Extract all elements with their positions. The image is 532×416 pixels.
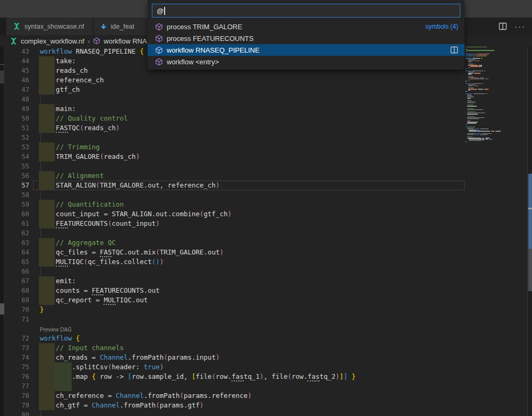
code-line-48[interactable]: 48	[0, 95, 465, 104]
split-editor-icon[interactable]	[499, 22, 507, 30]
codelens-preview-dag[interactable]: Preview DAG	[40, 326, 72, 334]
code-line-47[interactable]: 47 gtf_ch	[0, 85, 465, 95]
code-line-59[interactable]: 59 // Quantification	[0, 200, 465, 209]
line-number: 79	[0, 401, 29, 410]
code-line-68[interactable]: 68 counts = FEATURECOUNTS.out	[0, 286, 465, 295]
code-line-content	[40, 381, 465, 391]
code-line-53[interactable]: 53 // Trimming	[0, 142, 465, 152]
code-line-66[interactable]: 66	[0, 267, 465, 276]
code-line-content: STAR_ALIGN(TRIM_GALORE.out, reference_ch…	[40, 181, 465, 190]
breadcrumb-file[interactable]: complex_workflow.nf	[21, 37, 84, 45]
quickpick-item-workflow-rnaseq-pipeline[interactable]: workflow RNASEQ_PIPELINE	[148, 44, 465, 56]
code-line-57[interactable]: 57 STAR_ALIGN(TRIM_GALORE.out, reference…	[0, 181, 465, 190]
code-line-content	[40, 267, 465, 276]
minimap[interactable]	[466, 47, 525, 206]
code-line-content: FEATURECOUNTS(count_input)	[40, 219, 465, 228]
code-line-76[interactable]: 76 .map { row -> [row.sample_id, [file(r…	[0, 372, 465, 381]
code-line-50[interactable]: 50 // Quality control	[0, 114, 465, 123]
symbol-cube-icon	[155, 23, 163, 31]
code-line-52[interactable]: 52	[0, 133, 465, 142]
code-line-72[interactable]: 72workflow {	[0, 334, 465, 343]
code-line-content: count_input = STAR_ALIGN.out.combine(gtf…	[40, 209, 465, 219]
code-line-content	[40, 410, 465, 416]
code-line-67[interactable]: 67 emit:	[0, 276, 465, 286]
code-line-content: // Input channels	[40, 343, 465, 353]
tab-syntax-showcase[interactable]: syntax_showcase.nf	[6, 18, 93, 35]
strip-marker	[0, 303, 4, 315]
tab-bar-left-pad	[0, 18, 6, 35]
line-number: 51	[0, 123, 29, 133]
code-line-content: qc_report = MULTIQC.out	[40, 295, 465, 305]
quickpick-item-process-trim-galore[interactable]: process TRIM_GALORE symbols (4)	[148, 21, 465, 32]
code-line-60[interactable]: 60 count_input = STAR_ALIGN.out.combine(…	[0, 209, 465, 219]
symbol-cube-icon	[155, 35, 163, 43]
code-line-79[interactable]: 79 ch_gtf = Channel.fromPath(params.gtf)	[0, 401, 465, 410]
code-line-46[interactable]: 46 reference_ch	[0, 75, 465, 85]
code-line-content	[40, 95, 465, 104]
code-line-71[interactable]: 71	[0, 315, 465, 324]
line-number: 62	[0, 228, 29, 238]
quick-open-input[interactable]: @	[152, 4, 460, 18]
code-line-62[interactable]: 62	[0, 228, 465, 238]
line-number: 48	[0, 95, 29, 104]
code-line-content: ch_gtf = Channel.fromPath(params.gtf)	[40, 401, 465, 410]
code-line-content: // Trimming	[40, 142, 465, 152]
code-line-61[interactable]: 61 FEATURECOUNTS(count_input)	[0, 219, 465, 228]
item-label: process FEATURECOUNTS	[167, 35, 254, 43]
code-line-content	[40, 315, 465, 324]
code-line-content: TRIM_GALORE(reads_ch)	[40, 152, 465, 162]
code-line-content: // Quality control	[40, 114, 465, 123]
collapsed-panel-strip[interactable]: ⋯	[0, 47, 4, 416]
code-line-73[interactable]: 73 // Input channels	[0, 343, 465, 353]
line-number: 72	[0, 334, 29, 343]
item-label: workflow <entry>	[167, 58, 219, 66]
text-cursor	[164, 7, 165, 15]
code-line-77[interactable]: 77	[0, 381, 465, 391]
code-line-80[interactable]: 80	[0, 410, 465, 416]
open-to-side-icon[interactable]	[450, 46, 458, 54]
code-line-51[interactable]: 51 FASTQC(reads_ch)	[0, 123, 465, 133]
code-editor[interactable]: 43workflow RNASEQ_PIPELINE {44 take:45 r…	[0, 47, 465, 416]
more-actions-icon[interactable]: ···	[514, 22, 526, 31]
line-number: 43	[0, 47, 29, 56]
code-line-content: .map { row -> [row.sample_id, [file(row.…	[40, 372, 465, 381]
code-line-64[interactable]: 64 qc_files = FASTQC.out.mix(TRIM_GALORE…	[0, 248, 465, 257]
code-line-content: counts = FEATURECOUNTS.out	[40, 286, 465, 295]
quickpick-item-workflow-entry[interactable]: workflow <entry>	[148, 56, 465, 67]
code-line-74[interactable]: 74 ch_reads = Channel.fromPath(params.in…	[0, 353, 465, 362]
quickpick-item-process-featurecounts[interactable]: process FEATURECOUNTS	[148, 32, 465, 44]
line-number: 67	[0, 276, 29, 286]
breadcrumb-separator: ›	[88, 37, 90, 45]
code-line-content: }	[40, 305, 465, 315]
line-number: 78	[0, 391, 29, 401]
line-number: 58	[0, 190, 29, 200]
vscode-window: syntax_showcase.nf ide_feat ···	[0, 0, 532, 416]
code-line-55[interactable]: 55	[0, 162, 465, 171]
strip-marker	[0, 71, 4, 83]
code-line-content: ch_reference = Channel.fromPath(params.r…	[40, 391, 465, 401]
nextflow-icon	[13, 22, 21, 30]
item-label: process TRIM_GALORE	[167, 23, 242, 31]
line-number: 61	[0, 219, 29, 228]
code-line-content: FASTQC(reads_ch)	[40, 123, 465, 133]
line-number: 45	[0, 66, 29, 75]
code-line-58[interactable]: 58	[0, 190, 465, 200]
quick-open-query: @	[157, 7, 164, 15]
code-line-content: .splitCsv(header: true)	[40, 362, 465, 372]
code-line-78[interactable]: 78 ch_reference = Channel.fromPath(param…	[0, 391, 465, 401]
line-number: 68	[0, 286, 29, 295]
scrollbar-thumb[interactable]	[528, 249, 532, 291]
code-line-69[interactable]: 69 qc_report = MULTIQC.out	[0, 295, 465, 305]
code-line-56[interactable]: 56 // Alignment	[0, 171, 465, 181]
code-line-54[interactable]: 54 TRIM_GALORE(reads_ch)	[0, 152, 465, 162]
line-number: 71	[0, 315, 29, 324]
tab-label: syntax_showcase.nf	[24, 23, 84, 30]
code-line-63[interactable]: 63 // Aggregate QC	[0, 238, 465, 248]
code-line-content: workflow {	[40, 334, 465, 343]
side-panel-divider	[528, 208, 532, 209]
code-line-65[interactable]: 65 MULTIQC(qc_files.collect())	[0, 257, 465, 267]
code-line-70[interactable]: 70}	[0, 305, 465, 315]
code-line-75[interactable]: 75 .splitCsv(header: true)	[0, 362, 465, 372]
code-line-49[interactable]: 49 main:	[0, 104, 465, 114]
line-number: 80	[0, 410, 29, 416]
